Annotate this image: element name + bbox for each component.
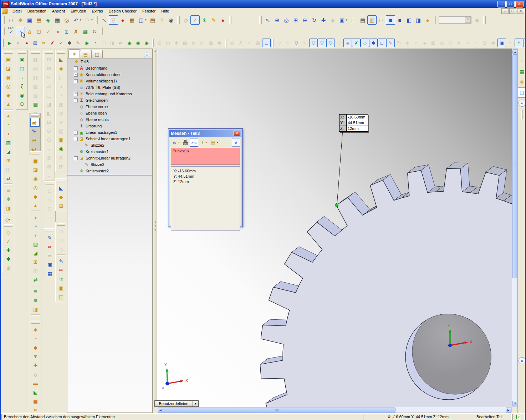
design-table-button[interactable]: ▦ [81,27,90,36]
lofted-surface-button[interactable]: ζ [17,82,27,91]
arc-circle-measure-button[interactable]: ∞ [170,138,179,147]
tree-expand-toggle[interactable]: + [74,92,78,96]
swept-boss-2-button[interactable]: ◆ [31,192,40,201]
weld-wedge-button[interactable]: ◣ [57,183,66,192]
toolbar-grip[interactable] [225,39,226,47]
toolbar-grip[interactable] [434,16,436,24]
animator-button[interactable]: ↻ [90,27,99,36]
filter-d7-button[interactable]: ◫ [446,39,455,47]
filter-d9-button[interactable]: ≋ [463,39,472,47]
cube-3-button[interactable]: □ [45,204,55,213]
fillet-2-button[interactable]: ◕ [31,213,40,222]
tooling-split-button[interactable]: ▣ [57,135,66,144]
toolbar-grip[interactable] [31,51,40,54]
design-table-2-button[interactable]: ▤ [31,64,40,73]
point-button[interactable]: ✳ [200,15,209,25]
rib-2-button[interactable]: ▧ [31,239,40,248]
toolbar-grip[interactable] [2,39,4,47]
extruded-boss-2-button[interactable]: ▣ [31,156,40,165]
mold-5-button[interactable]: ◍ [57,108,66,117]
menu-hilfe[interactable]: Hilfe [158,8,172,14]
attach-button[interactable]: ∞ [117,39,125,47]
tree-expand-toggle[interactable]: + [74,79,78,83]
dome-2-button[interactable]: ◫ [31,266,40,275]
user-green-1-button[interactable]: ◉ [82,39,91,47]
selection-filter-button[interactable]: ▽ [109,15,118,25]
coordinate-system-select-dropdown[interactable]: ▾ [206,141,209,144]
route-line-button[interactable]: ≋ [57,274,66,283]
hidden-lines-removed-button[interactable]: ▥ [367,15,377,25]
revolved-surface-button[interactable]: ◫ [17,64,27,73]
filter-faces-button[interactable]: ▽ [326,39,335,47]
file-explorer-button[interactable]: ❖ [518,77,526,87]
lofted-boss-button[interactable]: ▲ [4,100,13,108]
design-table-3-button[interactable]: ▥ [31,73,40,82]
shell-2-button[interactable]: ◖ [31,231,40,239]
mdi-close-button[interactable]: ✕ [517,8,524,14]
filter-d1-button[interactable]: ↻ [395,39,403,47]
collapse-taskpane-button-2[interactable]: « [519,357,526,364]
filter-axis-button[interactable]: ✗ [352,39,361,47]
circular-pattern-button[interactable]: ✵ [4,194,13,203]
screen-capture-button[interactable]: ◉ [167,15,176,25]
tab-featuremanager[interactable]: ❖ [68,49,80,58]
vertical-scrollbar[interactable]: ▲ ≡ ▼ [512,49,517,407]
mold-4-button[interactable]: ▦ [57,100,66,108]
extruded-surface-button[interactable]: ▣ [17,55,27,64]
pdm-2-button[interactable]: ▥ [164,39,172,47]
scroll-up-button[interactable]: ▲ [512,49,518,55]
wireframe-button[interactable]: □ [349,15,358,25]
close-button[interactable]: ✕ [515,1,524,7]
cube-1-button[interactable]: □ [45,186,55,195]
export-results-button[interactable]: ▤ [209,138,218,147]
filter-coord-button[interactable]: ∟ [378,39,386,47]
rollback-bar[interactable] [67,175,152,176]
menu-datei[interactable]: Datei [10,8,25,14]
measure-dialog-titlebar[interactable]: Messen - Teil3 ✕ [169,130,241,137]
edit-note-button[interactable]: ✏ [40,39,48,47]
fold-button[interactable]: ◣ [31,388,40,396]
pdm-7-button[interactable]: ▦ [206,39,215,47]
filter-annotation-button[interactable]: ▣ [497,39,506,47]
mirror-button[interactable]: ⇄ [4,174,13,183]
mold-6-button[interactable]: ◕ [57,117,66,126]
extruded-boss-button[interactable]: ▣ [4,55,13,64]
scroll-left-button[interactable]: ◀ [158,408,163,413]
pdm-4-button[interactable]: ▨ [181,39,189,47]
zoom-to-fit-button[interactable]: ◎ [282,15,291,25]
new-document-button[interactable]: □ [6,15,16,25]
align-4-button[interactable]: ◨ [45,100,54,108]
chamfer-2-button[interactable]: ◔ [31,222,40,231]
cube-4-button[interactable]: ○ [45,213,55,222]
filter-multi-2-button[interactable]: ▽ [292,39,301,47]
line-button[interactable]: ∕ [190,15,200,25]
linear-pattern-button[interactable]: ≣ [4,186,13,194]
shaded-button[interactable]: ■ [395,15,404,25]
scene-combo[interactable] [439,16,471,24]
tree-expand-toggle[interactable]: - [74,137,78,141]
xyz-relative-button[interactable]: XYZ [190,138,198,147]
toolbar-grip[interactable] [4,51,12,54]
rotate-view-button[interactable]: ↻ [310,15,319,25]
align-10-button[interactable]: ◍ [45,153,54,162]
linear-pattern-2-button[interactable]: ≣ [31,287,40,296]
mirror-2-button[interactable]: ⇄ [31,275,40,284]
menu-fenster[interactable]: Fenster [139,8,158,14]
tree-expand-button[interactable]: » [144,52,150,58]
tree-item-linear-austragen1[interactable]: +▣Linear austragen1 [67,129,152,136]
hole-wizard-2-button[interactable]: ⊞ [31,257,40,266]
revolved-cut-button[interactable]: ◎ [4,82,13,91]
toolbar-grip[interactable] [259,16,262,24]
shadows-button[interactable]: ◧ [404,15,414,25]
filter-clear-button[interactable]: † [515,39,523,47]
menu-extras[interactable]: Extras [89,8,106,14]
tree-expand-toggle[interactable]: + [74,131,78,135]
draft-2-button[interactable]: ◢ [31,248,40,257]
view-orientation-button[interactable]: ▣ [337,15,347,25]
red-pencil-button[interactable]: ✏ [57,265,66,274]
filter-point-button[interactable]: ✱ [369,39,378,47]
pdm-8-button[interactable]: ✱ [215,39,224,47]
cross-break-button[interactable]: ✚ [31,361,40,370]
fillet-button[interactable]: ◕ [4,111,13,120]
cube-2-button[interactable]: ◇ [45,195,55,204]
